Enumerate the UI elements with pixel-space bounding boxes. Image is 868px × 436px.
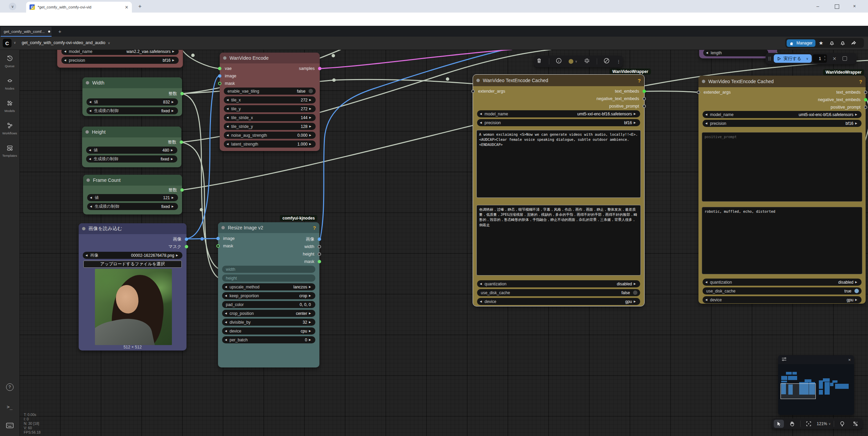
negative-prompt-textarea[interactable]: 色调艳丽，过曝，静态，细节模糊不清，字幕，风格，作品，画作，画面，静止，整体发灰… [476,205,641,276]
new-tab-button[interactable]: + [138,3,141,10]
sidebar-item-queue[interactable]: Queue [0,55,19,68]
node-height[interactable]: Height 整数 ◀値480▶◀生成後の制御fixed▶ [82,127,181,167]
color-swatch[interactable]: ∨ [569,59,577,64]
sidebar-item-models[interactable]: Models [0,100,19,113]
toggle-theme-bulb-icon[interactable] [837,420,847,428]
collapse-dot-icon[interactable] [221,226,225,229]
collapse-icon[interactable] [584,58,590,65]
collapse-dot-icon[interactable] [85,130,89,134]
help-icon[interactable]: ? [859,79,862,84]
node-title-bar[interactable]: WanVideo TextEncode Cached ? [698,76,866,87]
zoom-level-select[interactable]: 121%∨ [817,421,831,426]
widget-width[interactable]: width [222,266,315,273]
widget-値[interactable]: ◀値121▶ [87,194,178,201]
collapse-dot-icon[interactable] [702,80,705,83]
widget-tile_stride_x[interactable]: ◀tile_stride_x144▶ [224,114,316,121]
help-icon[interactable]: ? [638,78,641,83]
widget-enable_vae_tiling[interactable]: enable_vae_tilingfalse [224,88,316,95]
help-icon[interactable]: ? [313,225,316,231]
port-text_embeds[interactable]: text_embeds [818,89,866,96]
sidebar-item-nodes[interactable]: Nodes [0,77,19,90]
tab-search-icon[interactable]: ∨ [9,3,16,10]
port-image[interactable]: image [220,72,236,80]
port-マスク[interactable]: マスク [169,243,186,250]
port-画像[interactable]: 画像 [303,235,319,243]
widget-use_disk_cache[interactable]: use_disk_cachetrue [703,287,862,295]
widget-device[interactable]: ◀devicegpu▶ [477,298,640,305]
collapse-dot-icon[interactable] [82,227,85,230]
window-minimize-button[interactable]: – [816,3,819,9]
widget-precision[interactable]: ◀precisionbf16▶ [61,57,179,64]
port-positive_prompt[interactable]: positive_prompt [818,103,866,111]
workflow-tab[interactable]: get_comfy_with_comf... [1,27,52,37]
port-画像[interactable]: 画像 [169,235,186,243]
widget-use_disk_cache[interactable]: use_disk_cachefalse [477,289,640,296]
window-maximize-button[interactable] [835,4,839,9]
node-title-bar[interactable]: 画像を読み込む [79,223,186,234]
pan-hand-tool[interactable] [787,420,797,428]
widget-noise_aug_strength[interactable]: ◀noise_aug_strength0.000▶ [224,132,316,139]
port-height[interactable]: height [303,250,319,258]
widget-画像[interactable]: ◀画像00002-1622676478.png▶ [83,252,182,259]
node-title-bar[interactable]: Height [82,127,181,137]
workflow-name-menu[interactable]: get_comfy_with_comfy-ovi-video_and_audio… [22,40,110,45]
negative-prompt-textarea[interactable]: robotic, muffled, echo, distorted [702,207,862,274]
port-extender_args[interactable]: extender_args [698,89,731,96]
widget-device[interactable]: ◀devicecpu▶ [222,327,315,335]
widget-pad_color[interactable]: pad_color0, 0, 0 [222,301,315,308]
port-整数[interactable]: 整数 [168,138,181,146]
widget-crop_position[interactable]: ◀crop_positioncenter▶ [222,310,315,317]
bell-icon[interactable] [826,40,837,45]
window-close-button[interactable]: × [853,3,856,9]
bypass-icon[interactable] [604,58,610,65]
port-整数[interactable]: 整数 [169,90,182,97]
minimap-viewport[interactable] [781,383,816,399]
toggle-use_disk_cache[interactable] [633,290,637,295]
chevron-down-icon[interactable]: ∨ [14,41,16,44]
widget-height[interactable]: height [222,274,315,282]
collapse-dot-icon[interactable] [476,79,480,82]
trash-icon[interactable] [536,58,542,65]
widget-quantization[interactable]: ◀quantizationdisabled▶ [477,280,640,287]
widget-length[interactable]: ◀length [703,49,768,56]
toggle-use_disk_cache[interactable] [854,289,859,293]
node-width[interactable]: Width 整数 ◀値832▶◀生成後の制御fixed▶ [82,77,182,116]
node-title-bar[interactable]: WanVideo TextEncode Cached ? [473,75,644,86]
port-width[interactable]: width [303,243,319,250]
widget-precision[interactable]: ◀precisionbf16▶ [703,120,862,127]
node-wanvideo-textencode-cached-2[interactable]: WanVideo TextEncode Cached ? extender_ar… [698,76,866,304]
widget-quantization[interactable]: ◀quantizationdisabled▶ [703,279,862,286]
widget-precision[interactable]: ◀precisionbf16▶ [477,119,640,126]
drag-handle-icon[interactable]: •• •• •• [768,57,772,61]
minimap-close-icon[interactable]: × [848,357,851,362]
widget-値[interactable]: ◀値480▶ [86,147,177,154]
bell-icon[interactable] [837,40,848,45]
port-samples[interactable]: samples [299,65,320,72]
widget-upscale_method[interactable]: ◀upscale_methodlanczos▶ [222,283,315,290]
widget-device[interactable]: ◀devicegpu▶ [703,296,862,303]
port-mask[interactable]: mask [303,258,319,265]
manager-button[interactable]: Manager [787,39,815,47]
port-positive_prompt[interactable]: positive_prompt [596,102,644,110]
cursor-tool[interactable] [774,420,784,428]
node-wanvideo-textencode-cached-1[interactable]: WanVideo TextEncode Cached ? extender_ar… [473,75,644,306]
image-preview[interactable] [95,269,172,345]
toggle-enable_vae_tiling[interactable] [309,89,313,93]
widget-tile_x[interactable]: ◀tile_x272▶ [224,96,316,103]
positive-prompt-textarea[interactable]: positive_prompt [702,132,862,202]
port-mask[interactable]: mask [220,80,236,87]
node-title-bar[interactable]: Resize Image v2 ? [218,222,319,233]
node-load-image[interactable]: 画像を読み込む 画像マスク ◀画像00002-1622676478.png▶ ア… [79,223,186,350]
browser-tab[interactable]: C *get_comfy_with_comfy-ovi-vid ✕ [26,2,132,13]
widget-tile_y[interactable]: ◀tile_y272▶ [224,105,316,112]
run-button[interactable]: 実行する ∨ [774,54,812,63]
spinner-arrows[interactable]: ∧∨ [824,55,826,61]
widget-model_name[interactable]: ◀model_nameumt5-xxl-enc-bf16.safetensors… [477,110,640,117]
node-resize-image-v2[interactable]: Resize Image v2 ? imagemask 画像widthheigh… [218,222,319,367]
port-text_embeds[interactable]: text_embeds [596,88,644,95]
minimap-settings-icon[interactable] [782,357,787,363]
node-frame-count[interactable]: Frame Count 整数 ◀値121▶◀生成後の制御fixed▶ [83,175,182,214]
widget-divisible_by[interactable]: ◀divisible_by32▶ [222,319,315,326]
widget-tile_stride_y[interactable]: ◀tile_stride_y128▶ [224,123,316,130]
node-title-bar[interactable]: WanVideo Encode [220,53,320,63]
